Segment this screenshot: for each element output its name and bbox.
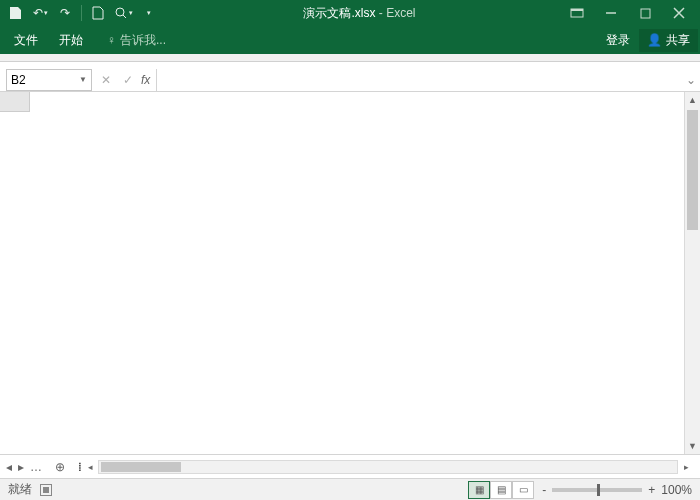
vertical-scrollbar[interactable]: ▲ ▼ [684, 92, 700, 454]
ribbon-tabs: 文件 开始 ♀告诉我... 登录 👤共享 [0, 26, 700, 54]
redo-icon[interactable]: ↷ [54, 2, 76, 24]
zoom-level[interactable]: 100% [661, 483, 692, 497]
status-bar: 就绪 ▦ ▤ ▭ - + 100% [0, 478, 700, 500]
cancel-formula-icon[interactable]: ✕ [95, 69, 117, 91]
svg-rect-2 [571, 9, 583, 11]
tab-file[interactable]: 文件 [2, 26, 50, 54]
normal-view-button[interactable]: ▦ [468, 481, 490, 499]
fx-icon[interactable]: fx [141, 73, 150, 87]
svg-rect-3 [641, 9, 650, 18]
spreadsheet-grid: ▲ ▼ [0, 92, 700, 454]
ribbon-body-collapsed [0, 54, 700, 62]
formula-bar[interactable] [156, 69, 682, 91]
print-preview-icon[interactable]: ▾ [112, 2, 134, 24]
save-icon[interactable] [4, 2, 26, 24]
view-switcher: ▦ ▤ ▭ [468, 481, 534, 499]
login-link[interactable]: 登录 [597, 26, 639, 54]
titlebar: ↶▾ ↷ ▾ ▾ 演示文稿.xlsx - Excel [0, 0, 700, 26]
status-ready: 就绪 [8, 481, 32, 498]
undo-icon[interactable]: ↶▾ [29, 2, 51, 24]
zoom-control: - + 100% [542, 483, 692, 497]
quick-access-toolbar: ↶▾ ↷ ▾ ▾ [4, 2, 159, 24]
add-sheet-button[interactable]: ⊕ [48, 460, 72, 474]
tell-me[interactable]: ♀告诉我... [98, 26, 175, 54]
tab-开始[interactable]: 开始 [50, 26, 92, 54]
accept-formula-icon[interactable]: ✓ [117, 69, 139, 91]
person-icon: 👤 [647, 33, 662, 47]
ribbon-options-icon[interactable] [560, 0, 594, 26]
maximize-icon[interactable] [628, 0, 662, 26]
formula-bar-row: B2▼ ✕ ✓ fx ⌄ [0, 68, 700, 92]
sheet-nav[interactable]: ◂▸… [0, 460, 48, 474]
expand-formula-bar-icon[interactable]: ⌄ [682, 73, 700, 87]
close-icon[interactable] [662, 0, 696, 26]
sheet-tab-bar: ◂▸… ⊕ ⁞◂▸ [0, 454, 700, 478]
zoom-in-button[interactable]: + [648, 483, 655, 497]
window-title: 演示文稿.xlsx - Excel [159, 5, 560, 22]
minimize-icon[interactable] [594, 0, 628, 26]
page-break-view-button[interactable]: ▭ [512, 481, 534, 499]
svg-point-0 [116, 8, 124, 16]
macro-record-icon[interactable] [40, 484, 52, 496]
lightbulb-icon: ♀ [107, 33, 116, 47]
share-button[interactable]: 👤共享 [639, 29, 698, 52]
zoom-out-button[interactable]: - [542, 483, 546, 497]
select-all-corner[interactable] [0, 92, 30, 112]
new-icon[interactable] [87, 2, 109, 24]
horizontal-scrollbar[interactable]: ⁞◂▸ [78, 460, 694, 474]
page-layout-view-button[interactable]: ▤ [490, 481, 512, 499]
zoom-slider[interactable] [552, 488, 642, 492]
qat-customize-icon[interactable]: ▾ [137, 2, 159, 24]
name-box[interactable]: B2▼ [6, 69, 92, 91]
